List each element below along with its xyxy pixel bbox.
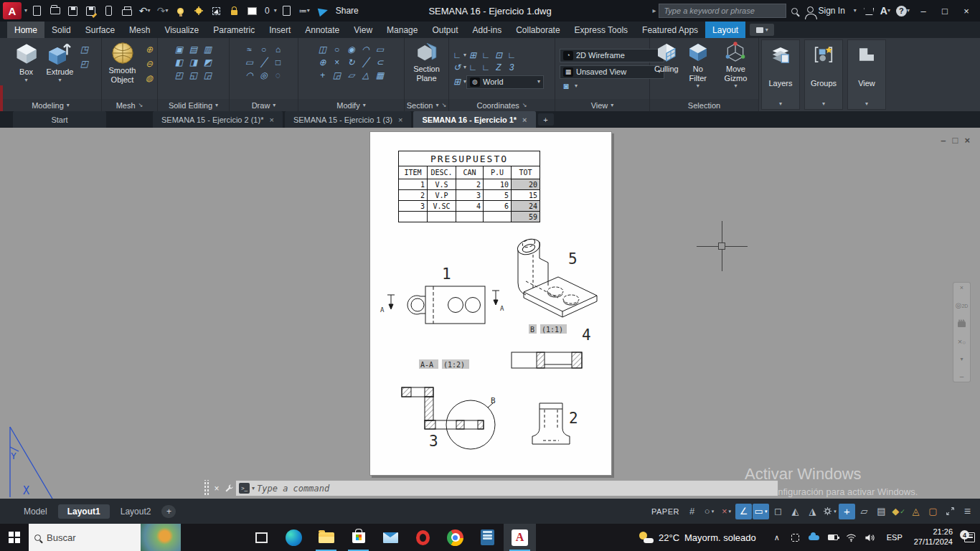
visual-style-dropdown[interactable]: ◔ 2D Wireframe ▾ — [560, 49, 664, 62]
section-plane-button[interactable]: Section Plane — [406, 40, 447, 83]
layer-dropdown-caret-icon[interactable]: ▾ — [274, 8, 277, 14]
thicken-tool-icon[interactable]: ◱ — [187, 69, 200, 81]
annotation-visibility-toggle[interactable]: ◆✓ — [890, 504, 907, 519]
layer-select-button[interactable] — [208, 3, 225, 19]
rectangle-tool-icon[interactable]: ◎ — [258, 69, 270, 81]
separate-tool-icon[interactable]: ◲ — [202, 69, 215, 81]
share-button[interactable]: Share — [314, 3, 363, 19]
selection-cycling-toggle[interactable]: ◻ — [770, 504, 786, 519]
ribbon-tab-mesh[interactable]: Mesh — [122, 22, 157, 38]
rotate-tool-icon[interactable]: ↻ — [345, 56, 358, 68]
action-center-button[interactable]: 4 — [958, 532, 980, 542]
line-tool-icon[interactable]: ▭ — [243, 56, 256, 68]
autoscale-toggle[interactable]: ◬ — [908, 504, 924, 519]
command-grip-handle[interactable] — [203, 480, 209, 496]
application-menu-button[interactable]: A — [3, 2, 22, 19]
customization-menu-button[interactable]: ≡ — [959, 504, 976, 519]
paper-space-button[interactable]: PAPER — [648, 504, 683, 519]
snip-tool-tray-icon[interactable] — [788, 529, 804, 546]
ribbon-tab-home[interactable]: Home — [7, 22, 44, 38]
isolate-objects-button[interactable]: ▢ — [925, 504, 941, 519]
help-search-input[interactable] — [659, 4, 786, 18]
plot-button[interactable] — [118, 3, 135, 19]
language-indicator[interactable]: ESP — [881, 533, 908, 542]
file-tab-semana15-ej2[interactable]: SEMANA 15 - Ejercicio 2 (1)*× — [153, 111, 283, 128]
command-line[interactable]: × >_ ▾ — [203, 480, 778, 496]
ucs-dropdown[interactable]: ◍ World ▾ — [466, 75, 544, 89]
file-tab-semana16-ej1[interactable]: SEMANA 16 - Ejercicio 1*× — [413, 111, 535, 128]
weather-widget[interactable]: 22°C Mayorm. soleado — [629, 532, 766, 543]
fillet-edge-tool-icon[interactable]: ▥ — [202, 43, 215, 55]
panel-label-coordinates[interactable]: Coordinates↘ — [449, 99, 555, 111]
slice-tool-icon[interactable]: ▤ — [187, 43, 200, 55]
sign-in-caret-icon[interactable]: ▾ — [854, 8, 857, 14]
help-button[interactable]: ?▾ — [893, 3, 913, 19]
stretch-tool-icon[interactable]: ▭ — [374, 43, 387, 55]
viewport-config-icon[interactable]: ◙ — [560, 80, 573, 93]
ribbon-tab-output[interactable]: Output — [425, 22, 465, 38]
ribbon-tab-addins[interactable]: Add-ins — [466, 22, 509, 38]
ribbon-tab-layout[interactable]: Layout — [705, 22, 745, 38]
interfere-tool-icon[interactable]: ◨ — [187, 56, 200, 68]
sheet-set-button[interactable] — [278, 3, 295, 19]
ribbon-display-toggle-button[interactable]: ▾ — [750, 24, 774, 36]
object-snap-toggle[interactable]: ▭▾ — [753, 504, 769, 519]
ucs-tool-icon[interactable]: ∟ — [451, 50, 463, 62]
box-tool-button[interactable]: Box▾ — [11, 40, 42, 84]
mesh-crease-icon[interactable]: ◍ — [143, 72, 156, 84]
file-tab-start[interactable]: Start — [13, 111, 106, 128]
union-tool-icon[interactable]: ▣ — [173, 43, 186, 55]
panel-groups-collapsed[interactable]: Groups ▾ — [804, 39, 843, 110]
command-close-icon[interactable]: × — [211, 480, 222, 496]
panel-label-solid-editing[interactable]: Solid Editing▾ — [158, 99, 229, 111]
clock-widget[interactable]: 21:26 27/11/2024 — [908, 527, 958, 547]
ucs-named-tool-icon[interactable]: ⊞ — [451, 76, 463, 88]
app-store-button[interactable] — [861, 3, 877, 19]
ucs-object-tool-icon[interactable]: ⊡ — [492, 50, 505, 62]
command-input[interactable] — [257, 484, 775, 494]
recent-commands-caret-icon[interactable]: ▾ — [252, 486, 255, 491]
smooth-object-button[interactable]: Smooth Object — [103, 40, 141, 85]
minimize-button[interactable]: – — [913, 1, 934, 20]
named-view-dropdown[interactable]: ▦ Unsaved View ▾ — [560, 65, 664, 79]
new-file-button[interactable] — [29, 3, 45, 19]
presspull-tool-icon[interactable]: ◰ — [77, 57, 90, 70]
workspace-button[interactable]: ≔▾ — [296, 3, 313, 19]
wifi-tray-icon[interactable] — [844, 529, 859, 546]
calculator-app-button[interactable] — [471, 524, 504, 551]
array-tool-icon[interactable]: ▦ — [374, 69, 387, 81]
ucs-world-tool-icon[interactable]: ∟ — [505, 50, 518, 62]
color-swatch[interactable] — [244, 3, 260, 19]
annotation-objects-toggle[interactable]: ▱ — [856, 504, 872, 519]
file-explorer-button[interactable] — [310, 524, 342, 551]
trim-tool-icon[interactable]: ╱ — [359, 56, 372, 68]
spline-tool-icon[interactable]: ○ — [258, 43, 270, 55]
ribbon-tab-solid[interactable]: Solid — [44, 22, 78, 38]
navigation-bar[interactable]: × ◎2D ×○ ▾ – — [953, 282, 971, 382]
onedrive-tray-icon[interactable] — [806, 529, 822, 546]
ellipse-tool-icon[interactable]: ◌ — [272, 69, 285, 81]
navigation-wheel-icon[interactable]: ◎2D — [956, 301, 969, 309]
mirror-tool-icon[interactable]: ◫ — [316, 43, 329, 55]
clean-screen-button[interactable] — [942, 504, 958, 519]
save-as-button[interactable] — [83, 3, 99, 19]
volume-tray-icon[interactable] — [862, 529, 878, 546]
autocad-app-button[interactable]: A — [504, 524, 536, 551]
new-layout-button[interactable]: + — [161, 505, 176, 518]
3d-mirror-tool-icon[interactable]: ○ — [331, 43, 344, 55]
ribbon-tab-express-tools[interactable]: Express Tools — [567, 22, 635, 38]
ribbon-tab-annotate[interactable]: Annotate — [298, 22, 347, 38]
workspace-switching-button[interactable]: ▾ — [821, 504, 838, 519]
taskbar-search-box[interactable] — [29, 524, 181, 551]
panel-label-modeling[interactable]: Modeling▾ — [0, 99, 101, 111]
panel-label-modify[interactable]: Modify▾ — [298, 99, 404, 111]
save-button[interactable] — [65, 3, 81, 19]
arc-tool-icon[interactable]: ⌂ — [272, 43, 285, 55]
model-tab[interactable]: Model — [14, 504, 57, 519]
panel-label-draw[interactable]: Draw▾ — [230, 99, 298, 111]
open-from-mobile-button[interactable] — [100, 3, 117, 19]
ucs-icon-display-tool-icon[interactable]: ⊞ — [466, 50, 479, 62]
chrome-app-button[interactable] — [439, 524, 471, 551]
shell-tool-icon[interactable]: ◩ — [202, 56, 215, 68]
command-customize-button[interactable] — [222, 480, 235, 496]
